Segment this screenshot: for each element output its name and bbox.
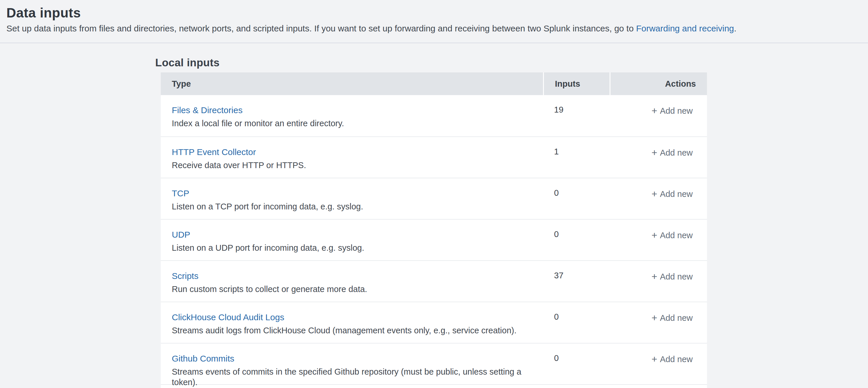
inputs-count: 37 xyxy=(543,261,609,302)
input-type-description: Receive data over HTTP or HTTPS. xyxy=(172,160,543,171)
add-new-link[interactable]: +Add new xyxy=(651,106,693,116)
inputs-count: 0 xyxy=(543,344,609,384)
add-new-label: Add new xyxy=(660,148,693,157)
plus-icon: + xyxy=(651,353,657,364)
section-title-local-inputs: Local inputs xyxy=(155,56,707,69)
subtitle-period: . xyxy=(734,24,736,33)
input-type-link[interactable]: Github Commits xyxy=(172,353,234,364)
actions-cell: +Add new xyxy=(609,302,707,343)
add-new-label: Add new xyxy=(660,355,693,364)
add-new-label: Add new xyxy=(660,313,693,323)
add-new-label: Add new xyxy=(660,189,693,199)
inputs-count: 19 xyxy=(543,95,609,137)
add-new-link[interactable]: +Add new xyxy=(651,189,693,199)
table-row: HTTP Event Collector Receive data over H… xyxy=(161,137,707,178)
table-row: Scripts Run custom scripts to collect or… xyxy=(161,260,707,302)
actions-cell: +Add new xyxy=(609,178,707,219)
inputs-count: 0 xyxy=(543,178,609,219)
table-body: Files & Directories Index a local file o… xyxy=(161,95,707,388)
add-new-link[interactable]: +Add new xyxy=(651,272,693,281)
forwarding-and-receiving-link[interactable]: Forwarding and receiving xyxy=(636,24,734,33)
input-type-description: Listen on a UDP port for incoming data, … xyxy=(172,243,543,253)
plus-icon: + xyxy=(651,271,657,282)
table-row: TCP Listen on a TCP port for incoming da… xyxy=(161,178,707,219)
inputs-count: 0 xyxy=(543,302,609,343)
type-cell: UDP Listen on a UDP port for incoming da… xyxy=(161,219,543,260)
inputs-count: 1 xyxy=(543,137,609,178)
column-header-actions: Actions xyxy=(611,72,707,95)
page-header: Data inputs Set up data inputs from file… xyxy=(0,0,868,34)
input-type-link[interactable]: UDP xyxy=(172,229,190,240)
add-new-link[interactable]: +Add new xyxy=(651,313,693,323)
type-cell: Github Commits Streams events of commits… xyxy=(161,344,543,384)
add-new-label: Add new xyxy=(660,106,693,116)
local-inputs-table: Type Inputs Actions Files & Directories … xyxy=(161,72,707,388)
type-cell: ClickHouse Cloud Audit Logs Streams audi… xyxy=(161,302,543,343)
plus-icon: + xyxy=(651,105,657,116)
input-type-description: Streams audit logs from ClickHouse Cloud… xyxy=(172,325,543,336)
input-type-link[interactable]: Files & Directories xyxy=(172,105,242,116)
type-cell: Scripts Run custom scripts to collect or… xyxy=(161,261,543,302)
table-row: UDP Listen on a UDP port for incoming da… xyxy=(161,219,707,260)
page-subtitle: Set up data inputs from files and direct… xyxy=(6,23,861,34)
input-type-link[interactable]: HTTP Event Collector xyxy=(172,147,256,158)
plus-icon: + xyxy=(651,147,657,158)
table-row: Github Commits Streams events of commits… xyxy=(161,343,707,384)
subtitle-text: Set up data inputs from files and direct… xyxy=(6,24,636,33)
plus-icon: + xyxy=(651,230,657,241)
actions-cell: +Add new xyxy=(609,261,707,302)
actions-cell: +Add new xyxy=(609,95,707,137)
actions-cell: +Add new xyxy=(609,219,707,260)
table-header-row: Type Inputs Actions xyxy=(161,72,707,95)
add-new-label: Add new xyxy=(660,272,693,281)
add-new-link[interactable]: +Add new xyxy=(651,148,693,157)
inputs-count: 0 xyxy=(543,219,609,260)
table-row: ClickHouse Cloud Audit Logs Streams audi… xyxy=(161,302,707,343)
type-cell: Files & Directories Index a local file o… xyxy=(161,95,543,137)
actions-cell: +Add new xyxy=(609,344,707,384)
input-type-description: Listen on a TCP port for incoming data, … xyxy=(172,201,543,212)
header-divider xyxy=(0,42,868,43)
input-type-link[interactable]: Scripts xyxy=(172,270,198,281)
add-new-link[interactable]: +Add new xyxy=(651,355,693,364)
table-row: Files & Directories Index a local file o… xyxy=(161,95,707,137)
type-cell: HTTP Event Collector Receive data over H… xyxy=(161,137,543,178)
input-type-description: Streams events of commits in the specifi… xyxy=(172,366,543,387)
input-type-description: Index a local file or monitor an entire … xyxy=(172,118,543,128)
main-content: Local inputs Type Inputs Actions Files &… xyxy=(161,56,707,388)
add-new-label: Add new xyxy=(660,231,693,240)
input-type-link[interactable]: ClickHouse Cloud Audit Logs xyxy=(172,312,284,323)
plus-icon: + xyxy=(651,188,657,199)
column-header-inputs: Inputs xyxy=(544,72,610,95)
actions-cell: +Add new xyxy=(609,137,707,178)
input-type-link[interactable]: TCP xyxy=(172,188,189,199)
add-new-link[interactable]: +Add new xyxy=(651,231,693,240)
column-header-type: Type xyxy=(161,72,543,95)
page-title: Data inputs xyxy=(6,5,861,21)
input-type-description: Run custom scripts to collect or generat… xyxy=(172,284,543,294)
plus-icon: + xyxy=(651,312,657,323)
type-cell: TCP Listen on a TCP port for incoming da… xyxy=(161,178,543,219)
